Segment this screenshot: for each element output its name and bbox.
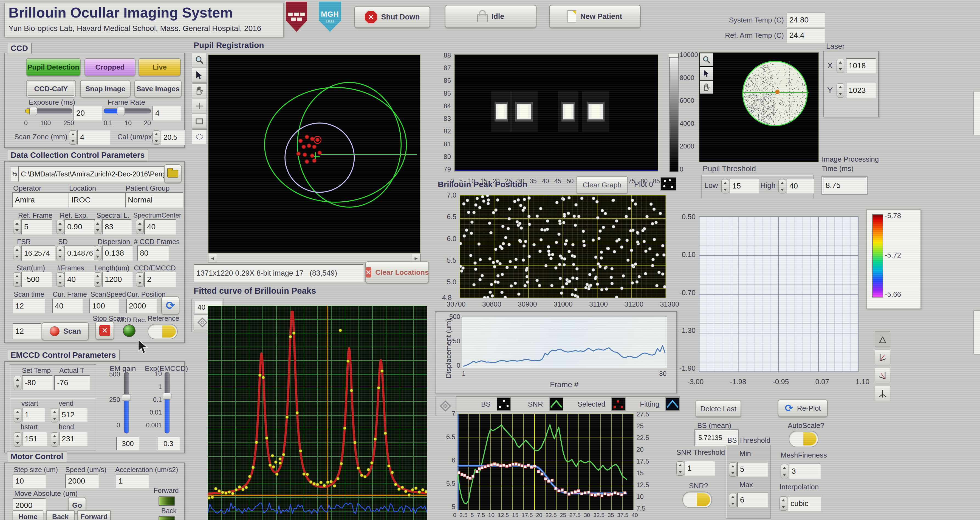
ref-exp-field[interactable]: 0.90 <box>64 219 95 235</box>
hend-field[interactable]: 231 <box>59 432 88 446</box>
proj-xy-button[interactable] <box>875 331 890 347</box>
frame-rate-slider[interactable] <box>104 108 151 113</box>
exp-emccd-thumb[interactable] <box>163 393 172 400</box>
pupil-registration-image[interactable] <box>208 54 421 253</box>
hstart-stepper[interactable] <box>14 432 21 447</box>
legend-bs-icon[interactable] <box>497 397 511 411</box>
pan-hand-tool-icon[interactable] <box>192 83 207 98</box>
frame-rate-value[interactable]: 4 <box>153 106 181 120</box>
speed-field[interactable]: 2000 <box>65 474 99 488</box>
new-patient-button[interactable]: New Patient <box>549 5 641 28</box>
scan-button[interactable]: Scan <box>42 322 89 340</box>
threshold-zoom-tool-icon[interactable] <box>700 53 713 66</box>
laser-y-field[interactable]: 1023 <box>846 83 876 98</box>
scan-zone-value[interactable]: 4 <box>77 130 110 145</box>
set-temp-stepper[interactable] <box>14 376 21 390</box>
sd-stepper[interactable] <box>56 246 64 260</box>
start-stepper[interactable] <box>13 272 21 287</box>
exp-emccd-slider[interactable] <box>165 372 170 433</box>
plot0-legend-icon[interactable] <box>660 177 676 191</box>
hend-stepper[interactable] <box>51 432 59 447</box>
reference-toggle[interactable] <box>148 324 178 339</box>
clear-locations-button[interactable]: ✕ Clear Locations <box>365 262 429 283</box>
snap-image-button[interactable]: Snap Image <box>80 80 130 98</box>
stop-scan-button[interactable]: ✕ <box>95 321 114 340</box>
crosshair-tool-icon[interactable] <box>192 98 207 113</box>
dispersion-stepper[interactable] <box>94 246 102 260</box>
nframes-stepper[interactable] <box>56 272 64 287</box>
delete-last-button[interactable]: Delete Last <box>695 401 741 417</box>
colorbar-slider-thumb[interactable] <box>669 53 679 57</box>
vstart-field[interactable]: 1 <box>22 407 45 422</box>
back-button[interactable]: Back <box>46 510 75 520</box>
legend-snr-icon[interactable] <box>549 397 563 411</box>
snr-threshold-field[interactable]: 1 <box>685 461 715 476</box>
scroll-left-icon[interactable]: ◄ <box>208 254 217 263</box>
vstart-stepper[interactable] <box>14 408 21 422</box>
high-field[interactable]: 40 <box>787 179 814 193</box>
em-gain-slider[interactable] <box>124 372 129 433</box>
interpolation-field[interactable]: cubic <box>788 496 821 511</box>
step-size-field[interactable]: 10 <box>13 474 46 488</box>
spectrum-center-field[interactable]: 40 <box>144 219 176 235</box>
browse-folder-button[interactable] <box>164 164 181 183</box>
snr-threshold-stepper[interactable] <box>676 461 684 476</box>
dispersion-field[interactable]: 0.138 <box>102 246 133 261</box>
legend-fitting-icon[interactable] <box>665 397 680 411</box>
shutdown-button[interactable]: ✕ Shut Down <box>354 6 430 28</box>
vend-field[interactable]: 512 <box>59 407 88 422</box>
replot-button[interactable]: ⟳ Re-Plot <box>778 400 828 417</box>
rectangle-tool-icon[interactable] <box>192 114 207 129</box>
location-field[interactable]: IROC <box>68 192 126 208</box>
live-button[interactable]: Live <box>138 58 181 76</box>
length-stepper[interactable] <box>94 272 102 287</box>
spectrum-colorbar[interactable] <box>669 54 679 172</box>
legend-selected-icon[interactable] <box>611 397 626 411</box>
ellipse-tool-icon[interactable] <box>192 129 207 144</box>
spectral-l-stepper[interactable] <box>94 220 102 234</box>
accel-field[interactable]: 1 <box>116 474 149 488</box>
frame-rate-slider-thumb[interactable] <box>117 107 125 115</box>
laser-x-field[interactable]: 1018 <box>846 58 876 73</box>
min-stepper[interactable] <box>729 463 737 477</box>
pupil-detection-button[interactable]: Pupil Detection <box>26 58 81 76</box>
ref-frame-stepper[interactable] <box>13 220 21 234</box>
autoscale-toggle[interactable] <box>789 431 818 447</box>
laser-y-stepper[interactable] <box>837 83 844 98</box>
start-field[interactable]: -500 <box>21 272 52 287</box>
save-images-button[interactable]: Save Images <box>134 80 181 98</box>
mesh-fineness-field[interactable]: 3 <box>789 464 821 479</box>
length-field[interactable]: 1200 <box>102 272 133 287</box>
ref-exp-stepper[interactable] <box>56 220 64 234</box>
operator-field[interactable]: Amira <box>12 192 69 208</box>
interpolation-stepper[interactable] <box>780 496 787 510</box>
patient-group-field[interactable]: Normal <box>125 192 183 208</box>
select-tool-icon[interactable] <box>192 68 207 83</box>
min-field[interactable]: 5 <box>737 462 768 477</box>
em-gain-value[interactable]: 300 <box>116 437 139 450</box>
scan-zone-stepper[interactable] <box>69 130 77 145</box>
set-temp-field[interactable]: -80 <box>22 375 52 390</box>
pupil-threshold-image[interactable] <box>699 52 819 162</box>
exposure-value[interactable]: 20 <box>73 106 102 120</box>
low-field[interactable]: 15 <box>730 179 759 193</box>
spectrum-center-stepper[interactable] <box>136 220 144 234</box>
hstart-field[interactable]: 151 <box>22 432 47 446</box>
proj-zy-button[interactable] <box>875 368 890 383</box>
high-stepper[interactable] <box>778 179 786 193</box>
threshold-select-tool-icon[interactable] <box>700 67 713 80</box>
forward-button[interactable]: Forward <box>77 510 111 520</box>
threshold-pan-tool-icon[interactable] <box>700 81 713 94</box>
zoom-tool-icon[interactable] <box>192 52 207 67</box>
data-path-field[interactable]: C:\BMData\Test\AmiraZurich\2-Dec-2016\Pe… <box>18 166 166 182</box>
max-field[interactable]: 6 <box>737 493 768 507</box>
sd-field[interactable]: 0.14876 <box>64 246 99 261</box>
nframes-field[interactable]: 40 <box>64 272 95 287</box>
low-stepper[interactable] <box>721 179 729 193</box>
spectral-l-field[interactable]: 83 <box>102 219 132 235</box>
vend-stepper[interactable] <box>51 408 59 422</box>
idle-button[interactable]: Idle <box>445 5 536 28</box>
cropped-button[interactable]: Cropped <box>84 58 135 76</box>
exp-emccd-value[interactable]: 0.3 <box>157 437 180 450</box>
snr-toggle[interactable] <box>682 491 712 508</box>
